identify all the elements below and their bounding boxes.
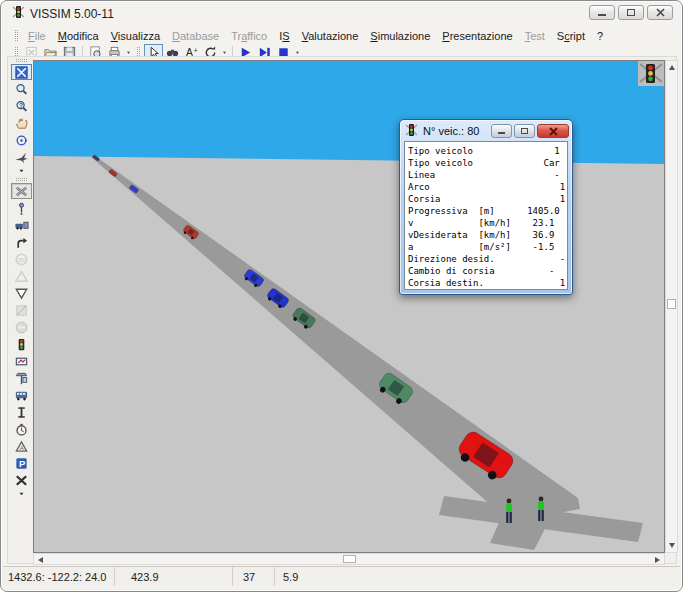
- toolbar-separator: [16, 178, 27, 181]
- dialog-close-icon: [549, 127, 558, 136]
- pt-line-tool-button[interactable]: [11, 387, 32, 403]
- caret-icon: [17, 489, 26, 498]
- travel-time-icon: [14, 422, 29, 437]
- status-value-1: 37: [233, 567, 275, 586]
- queue-counter-tool-button[interactable]: A: [11, 438, 32, 454]
- network-tools-dropdown[interactable]: [11, 489, 32, 498]
- menu-item-script[interactable]: Script: [551, 29, 591, 43]
- dialog-title-bar: N° veic.: 80: [400, 120, 572, 140]
- dialog-content: Tipo veicolo 1 Tipo veicolo Car Linea - …: [404, 141, 568, 290]
- menu-item-is[interactable]: IS: [273, 29, 295, 43]
- reduced-speed-icon: [14, 269, 29, 284]
- vehicle-input-icon: [14, 218, 29, 233]
- signal-head-tool-button[interactable]: [11, 336, 32, 352]
- reduced-speed-tool-button[interactable]: [11, 268, 32, 284]
- links-tool-button[interactable]: [11, 183, 32, 199]
- stop-sign-icon: [14, 320, 29, 335]
- pt-line-icon: [14, 388, 29, 403]
- rotate-3d-button[interactable]: [11, 132, 32, 148]
- status-value-2: 5.9: [275, 567, 680, 586]
- queue-counter-icon: A: [14, 439, 29, 454]
- zoom-window-button[interactable]: ?: [11, 98, 32, 114]
- scroll-up-icon[interactable]: [669, 65, 675, 70]
- close-button[interactable]: [647, 5, 673, 20]
- status-sim-time: 423.9: [115, 567, 233, 586]
- zoom-question-icon: ?: [14, 99, 29, 114]
- network-editor-button[interactable]: [11, 64, 32, 80]
- detector-tool-button[interactable]: [11, 353, 32, 369]
- detector-icon: [14, 354, 29, 369]
- title-bar: VISSIM 5.00-11: [1, 1, 682, 26]
- route-tool-button[interactable]: [11, 234, 32, 250]
- svg-text:50: 50: [19, 256, 25, 262]
- flight-mode-button[interactable]: [11, 149, 32, 165]
- menu-item-modifica[interactable]: Modifica: [52, 29, 105, 43]
- toll-icon: [14, 303, 29, 318]
- menu-item-traffico[interactable]: Traffico: [225, 29, 273, 43]
- parking-icon: P: [14, 456, 29, 471]
- vehicle-attributes-text: Tipo veicolo 1 Tipo veicolo Car Linea - …: [405, 142, 567, 289]
- speed-sign-icon: 50: [14, 252, 29, 267]
- vertical-scrollbar[interactable]: [665, 60, 678, 553]
- dialog-minimize-button[interactable]: [491, 124, 512, 138]
- menu-item-test[interactable]: Test: [519, 29, 551, 43]
- app-icon: [12, 5, 25, 22]
- pin-tool-button[interactable]: [11, 200, 32, 216]
- desired-speed-tool-button[interactable]: 50: [11, 251, 32, 267]
- dialog-signal-icon: [405, 123, 418, 139]
- pan-button[interactable]: [11, 115, 32, 131]
- rotate-3d-icon: [14, 133, 29, 148]
- close-icon: [656, 8, 665, 17]
- node-icon: [14, 473, 29, 488]
- signal-head-icon: [14, 337, 29, 352]
- toll-tool-button[interactable]: [11, 302, 32, 318]
- menu-bar: FileModificaVisualizzaDatabaseTrafficoIS…: [3, 27, 680, 44]
- menu-item-database[interactable]: Database: [166, 29, 225, 43]
- cross-section-tool-button[interactable]: [11, 404, 32, 420]
- links-icon: [14, 184, 29, 199]
- pt-stop-tool-button[interactable]: [11, 370, 32, 386]
- priority-icon: [14, 286, 29, 301]
- vertical-scroll-thumb[interactable]: [667, 299, 676, 309]
- svg-text:P: P: [19, 459, 25, 469]
- scroll-right-icon[interactable]: [655, 557, 660, 563]
- minimize-button[interactable]: [589, 5, 615, 20]
- network-toolbar: ?50AP: [9, 58, 34, 499]
- zoom-in-icon: [14, 82, 29, 97]
- menu-item-file[interactable]: File: [22, 29, 52, 43]
- horizontal-scrollbar[interactable]: [33, 553, 665, 565]
- vissim-window: VISSIM 5.00-11 FileModificaVisualizzaDat…: [0, 0, 683, 592]
- vehicle-input-tool-button[interactable]: [11, 217, 32, 233]
- horizontal-scroll-thumb[interactable]: [343, 555, 356, 563]
- cross-section-icon: [14, 405, 29, 420]
- maximize-button[interactable]: [618, 5, 644, 20]
- status-coordinates: 1432.6: -122.2: 24.0: [3, 567, 115, 586]
- scroll-left-icon[interactable]: [38, 557, 43, 563]
- caret-icon: [17, 166, 26, 175]
- menu-item-valutazione[interactable]: Valutazione: [296, 29, 365, 43]
- pt-stop-icon: [14, 371, 29, 386]
- dialog-close-button[interactable]: [537, 124, 569, 138]
- node-tool-button[interactable]: [11, 472, 32, 488]
- vehicle-info-dialog[interactable]: N° veic.: 80 Tipo veicolo 1 Tipo veicolo…: [399, 119, 573, 295]
- menu-grip: [15, 30, 18, 41]
- menu-item-visualizza[interactable]: Visualizza: [105, 29, 166, 43]
- scroll-down-icon[interactable]: [669, 543, 675, 548]
- network-icon: [14, 65, 29, 80]
- parking-lot-tool-button[interactable]: P: [11, 455, 32, 471]
- zoom-in-button[interactable]: [11, 81, 32, 97]
- dialog-title: N° veic.: 80: [423, 125, 489, 137]
- dialog-maximize-button[interactable]: [514, 124, 535, 138]
- priority-rule-tool-button[interactable]: [11, 285, 32, 301]
- pin-icon: [14, 201, 29, 216]
- toolbar-grip: [16, 59, 27, 62]
- status-bar: 1432.6: -122.2: 24.0423.9375.9: [3, 566, 680, 586]
- travel-time-tool-button[interactable]: [11, 421, 32, 437]
- signal-watermark: [638, 61, 664, 86]
- menu-item-presentazione[interactable]: Presentazione: [436, 29, 518, 43]
- view-tools-dropdown[interactable]: [11, 166, 32, 175]
- menu-item-simulazione[interactable]: Simulazione: [364, 29, 436, 43]
- pan-icon: [14, 116, 29, 131]
- menu-item-?[interactable]: ?: [591, 29, 609, 43]
- stop-sign-tool-button[interactable]: [11, 319, 32, 335]
